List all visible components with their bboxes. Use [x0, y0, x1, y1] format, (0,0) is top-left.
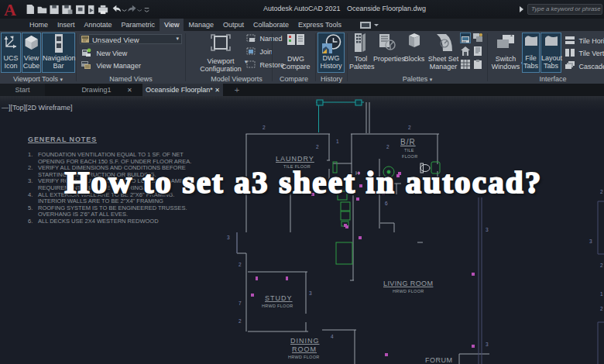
svg-text:LIVING ROOM: LIVING ROOM [383, 280, 433, 287]
svg-text:FLOOR: FLOOR [402, 154, 417, 159]
svg-text:HRWD FLOOR: HRWD FLOOR [288, 355, 319, 359]
svg-text:7: 7 [239, 300, 242, 306]
svg-text:2: 2 [263, 125, 266, 130]
svg-text:LAUNDRY: LAUNDRY [276, 155, 314, 163]
svg-text:2: 2 [600, 306, 603, 311]
svg-text:TILE: TILE [404, 148, 414, 153]
svg-text:3: 3 [227, 235, 230, 240]
svg-text:HRWD FLOOR: HRWD FLOOR [393, 289, 424, 294]
svg-text:4: 4 [331, 334, 334, 339]
svg-text:FORUM: FORUM [425, 356, 453, 364]
svg-text:6: 6 [385, 201, 388, 206]
svg-text:HRWD FLOOR: HRWD FLOOR [262, 304, 293, 308]
svg-text:3: 3 [486, 227, 489, 232]
svg-text:DINING: DINING [290, 337, 320, 345]
svg-text:2: 2 [316, 144, 319, 149]
svg-text:2: 2 [239, 262, 242, 267]
svg-text:3: 3 [486, 342, 489, 347]
svg-text:2: 2 [386, 144, 390, 149]
svg-text:2: 2 [408, 125, 411, 130]
svg-text:B/R: B/R [400, 138, 416, 146]
svg-text:1: 1 [336, 139, 339, 144]
svg-text:STUDY: STUDY [265, 294, 293, 302]
svg-text:2: 2 [239, 318, 242, 324]
svg-text:ROOM: ROOM [292, 345, 317, 353]
svg-text:1: 1 [600, 291, 603, 297]
svg-text:3: 3 [589, 239, 592, 244]
svg-text:3: 3 [309, 290, 312, 296]
svg-text:2: 2 [600, 263, 603, 268]
